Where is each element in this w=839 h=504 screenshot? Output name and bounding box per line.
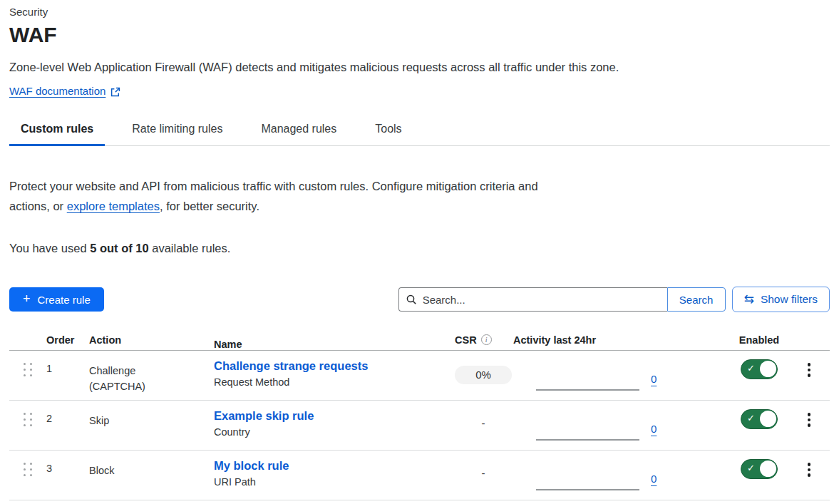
activity-count-link[interactable]: 0 <box>651 373 657 385</box>
activity-count-link[interactable]: 0 <box>651 473 657 485</box>
show-filters-button[interactable]: ⇆ Show filters <box>732 287 830 312</box>
usage-prefix: You have used <box>9 242 90 254</box>
page-description: Zone-level Web Application Firewall (WAF… <box>9 61 830 74</box>
header-csr: CSR i <box>455 334 513 346</box>
rule-field: Country <box>214 426 455 438</box>
usage-suffix: available rules. <box>149 242 231 254</box>
usage-count: 5 out of 10 <box>90 242 149 254</box>
create-rule-button[interactable]: + Create rule <box>9 287 104 312</box>
tab-custom-rules[interactable]: Custom rules <box>9 117 105 146</box>
search-button[interactable]: Search <box>667 287 726 312</box>
header-enabled: Enabled <box>720 334 798 346</box>
enabled-toggle[interactable]: ✓ <box>741 459 778 479</box>
toggle-knob <box>760 411 776 427</box>
drag-handle-icon[interactable] <box>24 363 32 376</box>
toolbar-right: Search ⇆ Show filters <box>398 287 830 312</box>
activity-count-link[interactable]: 0 <box>651 423 657 435</box>
external-link-icon <box>110 87 120 97</box>
plus-icon: + <box>23 292 31 305</box>
csr-badge: 0% <box>455 366 512 384</box>
header-name: Name <box>214 330 455 350</box>
waf-page: Security WAF Zone-level Web Application … <box>0 0 839 500</box>
rule-order: 1 <box>46 351 89 400</box>
create-rule-label: Create rule <box>38 294 91 306</box>
rule-field: URI Path <box>214 476 455 488</box>
table-row: 3 Block My block rule URI Path - 0 ✓ <box>9 451 830 500</box>
rule-action: Skip <box>89 413 109 428</box>
header-csr-label: CSR <box>455 334 477 346</box>
toggle-knob <box>760 361 776 377</box>
header-activity: Activity last 24hr <box>513 334 720 346</box>
intro-after: , for better security. <box>160 200 259 212</box>
waf-documentation-link[interactable]: WAF documentation <box>9 85 105 97</box>
explore-templates-link[interactable]: explore templates <box>67 200 160 212</box>
check-icon: ✓ <box>747 413 755 423</box>
toggle-knob <box>760 461 776 477</box>
table-header: Order Action Name CSR i Activity last 24… <box>9 329 830 351</box>
header-drag-spacer <box>9 334 46 346</box>
info-icon[interactable]: i <box>481 334 492 345</box>
rule-name-link[interactable]: Example skip rule <box>214 409 314 423</box>
breadcrumb-security: Security <box>9 6 830 18</box>
activity-sparkline <box>536 389 639 391</box>
enabled-toggle[interactable]: ✓ <box>741 359 778 379</box>
rule-order: 2 <box>46 401 89 450</box>
kebab-menu-icon[interactable] <box>805 411 813 428</box>
tab-bar: Custom rules Rate limiting rules Managed… <box>9 117 830 146</box>
page-title: WAF <box>9 23 830 47</box>
kebab-menu-icon[interactable] <box>805 361 813 379</box>
rule-action: Challenge (CAPTCHA) <box>89 363 155 394</box>
rule-name-link[interactable]: My block rule <box>214 459 289 473</box>
tab-tools[interactable]: Tools <box>364 117 413 146</box>
rule-field: Request Method <box>214 376 455 388</box>
rules-toolbar: + Create rule Search ⇆ Show filt <box>9 287 830 312</box>
rule-name-link[interactable]: Challenge strange requests <box>214 359 368 373</box>
intro-text: Protect your website and API from malici… <box>9 176 538 216</box>
enabled-toggle[interactable]: ✓ <box>741 409 778 429</box>
kebab-menu-icon[interactable] <box>805 461 813 478</box>
show-filters-label: Show filters <box>761 293 818 306</box>
doc-link-row: WAF documentation <box>9 85 830 97</box>
table-row: 2 Skip Example skip rule Country - 0 ✓ <box>9 401 830 451</box>
usage-text: You have used 5 out of 10 available rule… <box>9 242 830 255</box>
check-icon: ✓ <box>747 463 755 473</box>
drag-handle-icon[interactable] <box>24 463 32 476</box>
swap-arrows-icon: ⇆ <box>744 293 754 305</box>
header-action: Action <box>89 334 214 346</box>
tab-rate-limiting-rules[interactable]: Rate limiting rules <box>120 117 234 146</box>
header-menu-spacer <box>798 334 830 345</box>
header-order: Order <box>46 334 89 346</box>
csr-value: - <box>455 466 512 479</box>
search-group: Search <box>398 287 726 312</box>
table-row: 1 Challenge (CAPTCHA) Challenge strange … <box>9 351 830 401</box>
activity-sparkline <box>536 489 639 490</box>
check-icon: ✓ <box>747 363 755 374</box>
rule-order: 3 <box>46 451 89 500</box>
rules-table: Order Action Name CSR i Activity last 24… <box>9 329 830 500</box>
csr-value: - <box>455 416 512 429</box>
rule-action: Block <box>89 463 114 478</box>
search-input[interactable] <box>398 287 667 312</box>
activity-sparkline <box>536 439 639 441</box>
drag-handle-icon[interactable] <box>24 413 32 426</box>
tab-managed-rules[interactable]: Managed rules <box>249 117 348 146</box>
